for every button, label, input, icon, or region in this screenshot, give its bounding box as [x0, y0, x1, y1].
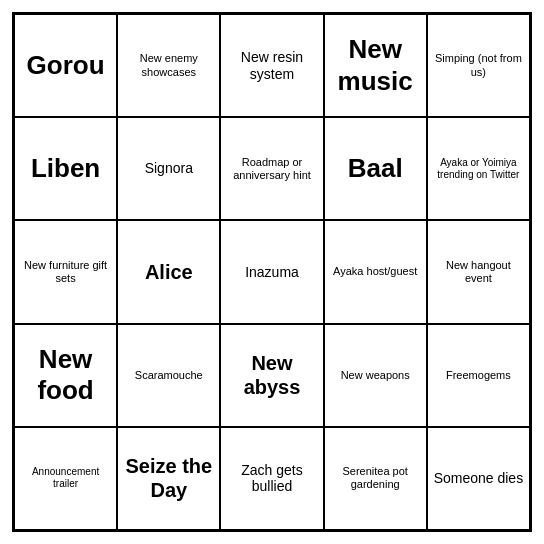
bingo-cell-24: Someone dies	[427, 427, 530, 530]
bingo-cell-17: New abyss	[220, 324, 323, 427]
cell-label-6: Signora	[145, 160, 193, 177]
cell-label-9: Ayaka or Yoimiya trending on Twitter	[432, 157, 525, 181]
cell-label-22: Zach gets bullied	[225, 462, 318, 496]
bingo-cell-0: Gorou	[14, 14, 117, 117]
cell-label-13: Ayaka host/guest	[333, 265, 417, 278]
cell-label-4: Simping (not from us)	[432, 52, 525, 78]
bingo-cell-12: Inazuma	[220, 220, 323, 323]
cell-label-17: New abyss	[225, 351, 318, 399]
bingo-cell-5: Liben	[14, 117, 117, 220]
bingo-cell-10: New furniture gift sets	[14, 220, 117, 323]
bingo-cell-11: Alice	[117, 220, 220, 323]
cell-label-12: Inazuma	[245, 264, 299, 281]
cell-label-10: New furniture gift sets	[19, 259, 112, 285]
bingo-cell-16: Scaramouche	[117, 324, 220, 427]
cell-label-19: Freemogems	[446, 369, 511, 382]
cell-label-23: Serenitea pot gardening	[329, 465, 422, 491]
bingo-cell-23: Serenitea pot gardening	[324, 427, 427, 530]
cell-label-0: Gorou	[27, 50, 105, 81]
cell-label-7: Roadmap or anniversary hint	[225, 156, 318, 182]
bingo-cell-3: New music	[324, 14, 427, 117]
bingo-cell-8: Baal	[324, 117, 427, 220]
bingo-cell-6: Signora	[117, 117, 220, 220]
bingo-cell-9: Ayaka or Yoimiya trending on Twitter	[427, 117, 530, 220]
cell-label-1: New enemy showcases	[122, 52, 215, 78]
bingo-cell-15: New food	[14, 324, 117, 427]
cell-label-3: New music	[329, 34, 422, 96]
bingo-cell-20: Announcement trailer	[14, 427, 117, 530]
cell-label-14: New hangout event	[432, 259, 525, 285]
cell-label-18: New weapons	[341, 369, 410, 382]
cell-label-16: Scaramouche	[135, 369, 203, 382]
cell-label-20: Announcement trailer	[19, 466, 112, 490]
bingo-cell-4: Simping (not from us)	[427, 14, 530, 117]
bingo-cell-21: Seize the Day	[117, 427, 220, 530]
bingo-board: GorouNew enemy showcasesNew resin system…	[12, 12, 532, 532]
bingo-cell-22: Zach gets bullied	[220, 427, 323, 530]
bingo-cell-19: Freemogems	[427, 324, 530, 427]
cell-label-24: Someone dies	[434, 470, 524, 487]
cell-label-8: Baal	[348, 153, 403, 184]
cell-label-2: New resin system	[225, 49, 318, 83]
cell-label-21: Seize the Day	[122, 454, 215, 502]
bingo-cell-7: Roadmap or anniversary hint	[220, 117, 323, 220]
bingo-cell-1: New enemy showcases	[117, 14, 220, 117]
cell-label-5: Liben	[31, 153, 100, 184]
bingo-cell-2: New resin system	[220, 14, 323, 117]
bingo-cell-14: New hangout event	[427, 220, 530, 323]
bingo-cell-18: New weapons	[324, 324, 427, 427]
bingo-cell-13: Ayaka host/guest	[324, 220, 427, 323]
cell-label-11: Alice	[145, 260, 193, 284]
cell-label-15: New food	[19, 344, 112, 406]
